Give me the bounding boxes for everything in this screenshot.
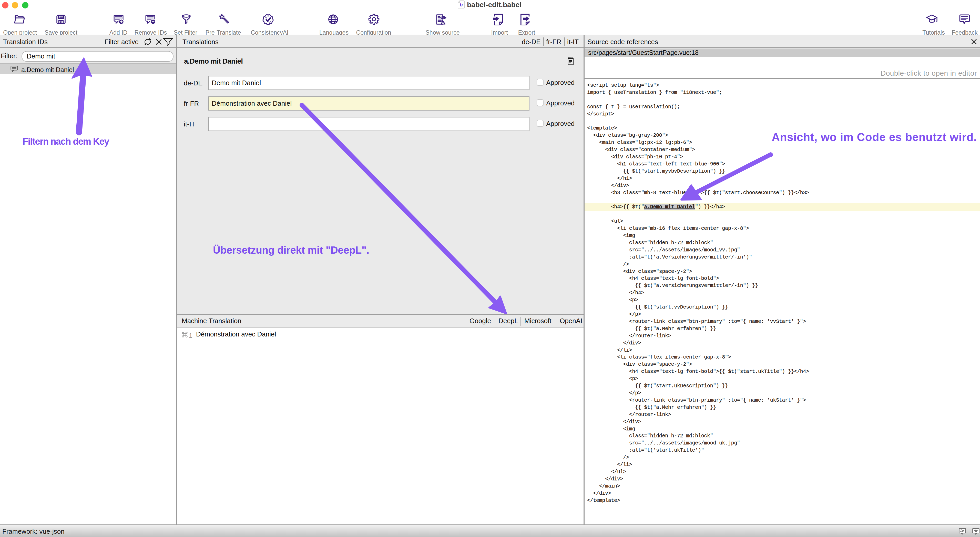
- svg-text:b: b: [460, 2, 463, 8]
